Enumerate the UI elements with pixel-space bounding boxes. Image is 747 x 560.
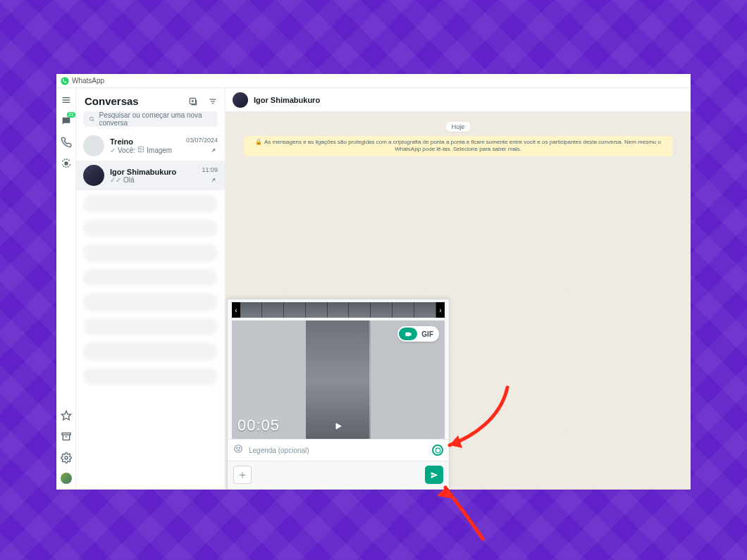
play-icon[interactable] [334,421,342,433]
redacted-row [83,293,218,311]
search-input[interactable]: Pesquisar ou começar uma nova conversa [83,111,218,127]
svg-point-15 [89,117,93,120]
redacted-chats [76,190,225,389]
chat-time: 03/07/2024 [186,137,218,144]
add-media-button[interactable]: ＋ [233,466,252,484]
pin-icon [210,173,216,186]
double-check-icon: ✓✓ [110,176,121,184]
svg-point-20 [235,445,242,453]
video-mode-icon[interactable] [399,328,417,340]
svg-point-23 [436,448,440,453]
redacted-row [83,269,218,286]
avatar [83,135,104,156]
filter-icon[interactable] [208,97,218,106]
trim-frames[interactable] [240,302,436,318]
redacted-row [83,318,218,335]
svg-point-18 [140,148,141,149]
svg-point-0 [61,77,68,85]
app-title: WhatsApp [72,77,104,85]
chat-item-igor[interactable]: Igor Shimabukuro ✓✓ Olá 11:09 [76,161,225,190]
chat-item-treino[interactable]: Treino ✓ Você: Imagem 03/07/2024 [76,131,225,161]
video-gif-toggle[interactable]: GIF [397,326,439,342]
redacted-row [83,194,218,213]
redacted-row [83,342,218,361]
chat-header[interactable]: Igor Shimabukuro [226,88,691,112]
chat-pane: Igor Shimabukuro Hoje 🔒As mensagens e as… [226,88,691,490]
search-icon [89,116,94,123]
attachment-bottom-row: ＋ [228,461,449,490]
whatsapp-window: WhatsApp 23 [56,74,691,490]
nav-rail: 23 [56,88,76,490]
main-area: 23 Conversas [56,88,691,490]
media-quality-button[interactable] [432,444,443,456]
whatsapp-logo-icon [61,77,69,85]
svg-marker-19 [336,423,341,429]
profile-avatar[interactable] [61,473,72,484]
redacted-row [83,244,218,262]
chat-preview: ✓ Você: Imagem [110,146,218,154]
svg-point-8 [65,456,68,459]
date-pill: Hoje [446,122,471,132]
lock-icon: 🔒 [255,139,262,145]
starred-icon[interactable] [60,409,73,422]
chats-icon[interactable]: 23 [60,115,73,127]
search-placeholder: Pesquisar ou começar uma nova conversa [99,111,212,127]
redacted-row [83,368,218,385]
encryption-banner[interactable]: 🔒As mensagens e as ligações são protegid… [244,136,672,156]
svg-marker-5 [61,411,70,420]
redacted-row [83,220,218,237]
svg-point-21 [237,447,237,448]
gif-mode-label[interactable]: GIF [417,330,438,338]
sidebar-header: Conversas [76,88,225,111]
emoji-icon[interactable] [233,444,243,456]
menu-icon[interactable] [60,94,73,106]
contact-name: Igor Shimabukuro [254,96,320,104]
chat-preview: ✓✓ Olá [110,176,218,184]
new-chat-icon[interactable] [188,97,198,106]
double-check-icon: ✓ [110,147,116,154]
image-icon [137,146,144,154]
sidebar: Conversas Pesquisar ou começar uma nova … [76,88,226,490]
trim-prev-icon[interactable]: ‹ [232,302,240,318]
svg-rect-6 [62,433,70,435]
settings-icon[interactable] [60,452,73,464]
chat-list: Treino ✓ Você: Imagem 03/07/2024 [76,131,225,490]
attachment-panel: ‹ › 00:05 [227,299,450,490]
calls-icon[interactable] [60,136,73,149]
svg-line-16 [93,120,94,122]
video-duration: 00:05 [237,416,280,435]
titlebar: WhatsApp [56,74,691,88]
pin-icon [210,144,216,156]
caption-row: Legenda (opcional) [228,439,449,461]
chats-badge: 23 [67,112,75,118]
avatar [83,165,104,186]
caption-input[interactable]: Legenda (opcional) [249,447,426,454]
chat-time: 11:09 [202,166,218,173]
archive-icon[interactable] [60,430,73,443]
send-button[interactable] [425,466,443,484]
sidebar-title: Conversas [85,95,139,107]
svg-point-4 [65,162,68,165]
video-preview[interactable]: 00:05 GIF [232,321,445,439]
contact-avatar [233,92,248,108]
svg-point-22 [239,447,240,448]
trim-next-icon[interactable]: › [436,302,445,318]
status-icon[interactable] [60,157,73,170]
video-trim-strip[interactable]: ‹ › [232,302,445,318]
